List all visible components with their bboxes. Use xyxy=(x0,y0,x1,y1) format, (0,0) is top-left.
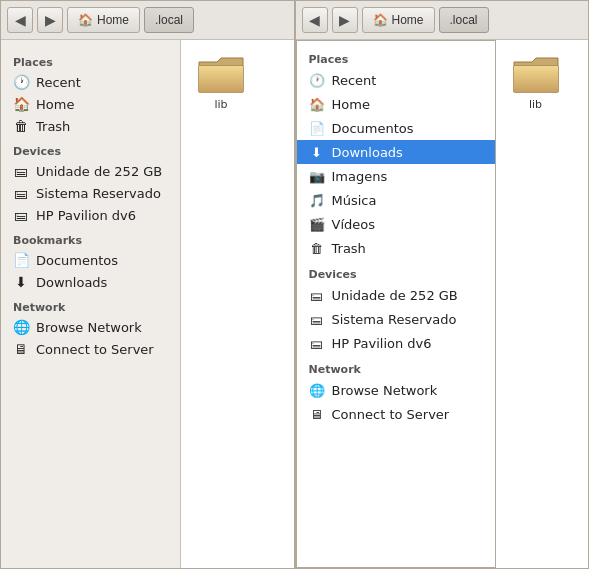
sidebar-item-hp-pavilion[interactable]: 🖴 HP Pavilion dv6 xyxy=(1,204,180,226)
dropdown-home-icon: 🏠 xyxy=(309,96,325,112)
dropdown-disk252-label: Unidade de 252 GB xyxy=(332,288,458,303)
dropdown-videos-label: Vídeos xyxy=(332,217,375,232)
left-local-breadcrumb[interactable]: .local xyxy=(144,7,194,33)
dropdown-documentos-label: Documentos xyxy=(332,121,414,136)
right-local-label: .local xyxy=(450,13,478,27)
sidebar-item-documentos[interactable]: 📄 Documentos xyxy=(1,249,180,271)
connect-server-icon: 🖥 xyxy=(13,341,29,357)
dropdown-item-musica[interactable]: 🎵 Música xyxy=(297,188,495,212)
sidebar-item-disk252[interactable]: 🖴 Unidade de 252 GB xyxy=(1,160,180,182)
dropdown-hp-pavilion-icon: 🖴 xyxy=(309,335,325,351)
dropdown-item-videos[interactable]: 🎬 Vídeos xyxy=(297,212,495,236)
sidebar-disk252-label: Unidade de 252 GB xyxy=(36,164,162,179)
left-places-section: Places xyxy=(1,48,180,71)
left-panel-body: Places 🕐 Recent 🏠 Home 🗑 Trash Devices 🖴… xyxy=(1,40,294,568)
left-bookmarks-section: Bookmarks xyxy=(1,226,180,249)
dropdown-item-recent[interactable]: 🕐 Recent xyxy=(297,68,495,92)
sidebar-item-connect-server[interactable]: 🖥 Connect to Server xyxy=(1,338,180,360)
right-toolbar: ◀ ▶ 🏠 Home .local xyxy=(296,1,589,40)
left-network-section: Network xyxy=(1,293,180,316)
dropdown-browse-network-label: Browse Network xyxy=(332,383,438,398)
left-main-content: lib xyxy=(181,40,294,568)
sidebar-item-recent[interactable]: 🕐 Recent xyxy=(1,71,180,93)
sidebar-trash-label: Trash xyxy=(36,119,70,134)
dropdown-videos-icon: 🎬 xyxy=(309,216,325,232)
dropdown-connect-server-label: Connect to Server xyxy=(332,407,450,422)
dropdown-downloads-icon: ⬇ xyxy=(309,144,325,160)
dropdown-item-documentos[interactable]: 📄 Documentos xyxy=(297,116,495,140)
dropdown-system-reserved-label: Sistema Reservado xyxy=(332,312,457,327)
dropdown-imagens-label: Imagens xyxy=(332,169,388,184)
trash-icon: 🗑 xyxy=(13,118,29,134)
sidebar-browse-network-label: Browse Network xyxy=(36,320,142,335)
dropdown-connect-server-icon: 🖥 xyxy=(309,406,325,422)
home-icon: 🏠 xyxy=(13,96,29,112)
dropdown-item-browse-network[interactable]: 🌐 Browse Network xyxy=(297,378,495,402)
dropdown-trash-icon: 🗑 xyxy=(309,240,325,256)
sidebar-connect-server-label: Connect to Server xyxy=(36,342,154,357)
disk-icon: 🖴 xyxy=(13,163,29,179)
dropdown-musica-label: Música xyxy=(332,193,377,208)
right-lib-label: lib xyxy=(529,98,542,111)
left-forward-button[interactable]: ▶ xyxy=(37,7,63,33)
sidebar-item-trash[interactable]: 🗑 Trash xyxy=(1,115,180,137)
dropdown-musica-icon: 🎵 xyxy=(309,192,325,208)
right-panel-body: lib Places 🕐 Recent 🏠 Home 📄 Documentos xyxy=(296,40,589,568)
dropdown-recent-icon: 🕐 xyxy=(309,72,325,88)
dropdown-system-reserved-icon: 🖴 xyxy=(309,311,325,327)
dropdown-item-system-reserved[interactable]: 🖴 Sistema Reservado xyxy=(297,307,495,331)
dropdown-item-trash[interactable]: 🗑 Trash xyxy=(297,236,495,260)
right-panel: ◀ ▶ 🏠 Home .local xyxy=(295,0,590,569)
recent-icon: 🕐 xyxy=(13,74,29,90)
sidebar-item-downloads[interactable]: ⬇ Downloads xyxy=(1,271,180,293)
dropdown-places-section: Places xyxy=(297,45,495,68)
sidebar-documentos-label: Documentos xyxy=(36,253,118,268)
left-file-lib[interactable]: lib xyxy=(191,50,251,115)
right-back-button[interactable]: ◀ xyxy=(302,7,328,33)
dropdown-downloads-label: Downloads xyxy=(332,145,403,160)
dropdown-item-disk252[interactable]: 🖴 Unidade de 252 GB xyxy=(297,283,495,307)
dropdown-item-imagens[interactable]: 📷 Imagens xyxy=(297,164,495,188)
sidebar-item-browse-network[interactable]: 🌐 Browse Network xyxy=(1,316,180,338)
right-folder-icon xyxy=(512,54,560,96)
left-sidebar: Places 🕐 Recent 🏠 Home 🗑 Trash Devices 🖴… xyxy=(1,40,181,568)
left-home-label: Home xyxy=(97,13,129,27)
dropdown-home-label: Home xyxy=(332,97,370,112)
dropdown-hp-pavilion-label: HP Pavilion dv6 xyxy=(332,336,432,351)
places-dropdown-menu[interactable]: Places 🕐 Recent 🏠 Home 📄 Documentos ⬇ Do… xyxy=(296,40,496,568)
sidebar-hp-label: HP Pavilion dv6 xyxy=(36,208,136,223)
hp-icon: 🖴 xyxy=(13,207,29,223)
documentos-icon: 📄 xyxy=(13,252,29,268)
right-home-label: Home xyxy=(392,13,424,27)
home-icon: 🏠 xyxy=(78,13,93,27)
dropdown-item-home[interactable]: 🏠 Home xyxy=(297,92,495,116)
sidebar-home-label: Home xyxy=(36,97,74,112)
left-back-button[interactable]: ◀ xyxy=(7,7,33,33)
right-home-icon: 🏠 xyxy=(373,13,388,27)
right-dropdown-content-area: lib xyxy=(496,40,576,568)
right-local-breadcrumb[interactable]: .local xyxy=(439,7,489,33)
left-local-label: .local xyxy=(155,13,183,27)
dropdown-item-connect-server[interactable]: 🖥 Connect to Server xyxy=(297,402,495,426)
dropdown-disk252-icon: 🖴 xyxy=(309,287,325,303)
sidebar-item-home[interactable]: 🏠 Home xyxy=(1,93,180,115)
right-forward-button[interactable]: ▶ xyxy=(332,7,358,33)
sidebar-item-system-reserved[interactable]: 🖴 Sistema Reservado xyxy=(1,182,180,204)
left-toolbar: ◀ ▶ 🏠 Home .local xyxy=(1,1,294,40)
dropdown-item-hp-pavilion[interactable]: 🖴 HP Pavilion dv6 xyxy=(297,331,495,355)
folder-icon xyxy=(197,54,245,96)
right-home-breadcrumb[interactable]: 🏠 Home xyxy=(362,7,435,33)
downloads-icon: ⬇ xyxy=(13,274,29,290)
dropdown-imagens-icon: 📷 xyxy=(309,168,325,184)
dropdown-container: Places 🕐 Recent 🏠 Home 📄 Documentos ⬇ Do… xyxy=(296,40,576,568)
dropdown-item-downloads[interactable]: ⬇ Downloads xyxy=(297,140,495,164)
dropdown-browse-network-icon: 🌐 xyxy=(309,382,325,398)
sidebar-recent-label: Recent xyxy=(36,75,81,90)
right-file-lib[interactable]: lib xyxy=(506,50,566,115)
left-lib-label: lib xyxy=(214,98,227,111)
left-panel: ◀ ▶ 🏠 Home .local Places 🕐 Recent 🏠 Home… xyxy=(0,0,295,569)
browse-network-icon: 🌐 xyxy=(13,319,29,335)
left-devices-section: Devices xyxy=(1,137,180,160)
left-home-breadcrumb[interactable]: 🏠 Home xyxy=(67,7,140,33)
dropdown-documentos-icon: 📄 xyxy=(309,120,325,136)
